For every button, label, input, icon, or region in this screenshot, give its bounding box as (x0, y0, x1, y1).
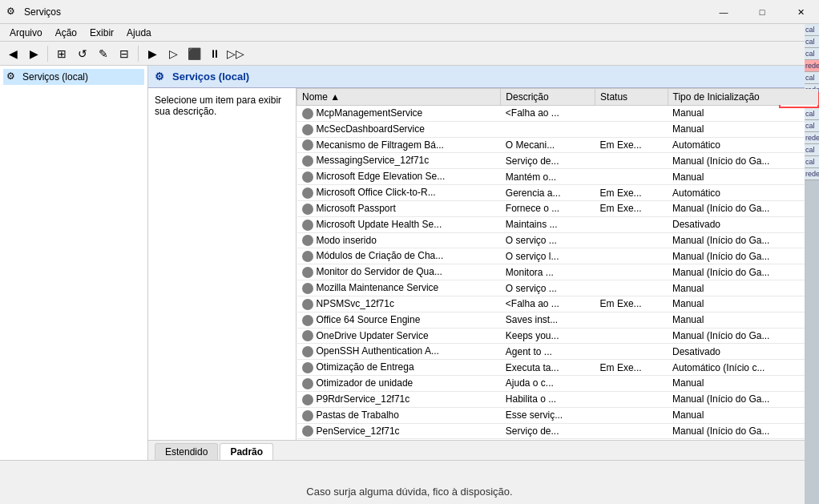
cell-type: Manual (668, 376, 819, 392)
table-row[interactable]: Monitor do Servidor de Qua...Monitora ..… (297, 264, 819, 280)
table-row[interactable]: Office 64 Source EngineSaves inst...Manu… (297, 312, 819, 328)
menu-item-ajuda[interactable]: Ajuda (120, 26, 158, 40)
right-label: cal (805, 36, 819, 48)
cell-name: Mecanismo de Filtragem Bá... (297, 137, 501, 153)
right-label: cal (805, 144, 819, 156)
cell-desc: Ajuda o c... (501, 376, 595, 392)
col-header-type[interactable]: Tipo de Inicialização (668, 89, 819, 106)
table-row[interactable]: Módulos de Criação de Cha...O serviço l.… (297, 248, 819, 264)
toolbar-sep-2 (138, 46, 139, 62)
cell-name: P9RdrService_12f71c (297, 391, 501, 407)
cell-type: Manual (668, 312, 819, 328)
status-bar (0, 460, 819, 484)
cell-status (595, 407, 668, 423)
cell-status (595, 264, 668, 280)
sidebar: ⚙ Serviços (local) (0, 66, 148, 460)
cell-desc: Serviço de... (501, 423, 595, 439)
cell-type: Manual (Início do Ga... (668, 248, 819, 264)
refresh-button[interactable]: ↺ (73, 44, 92, 63)
tab-padrão[interactable]: Padrão (220, 443, 273, 460)
cell-desc: <Falha ao ... (501, 296, 595, 312)
cell-status: Em Exe... (595, 296, 668, 312)
menu-item-arquivo[interactable]: Arquivo (3, 26, 49, 40)
col-header-status[interactable]: Status (595, 89, 668, 106)
table-row[interactable]: Pastas de TrabalhoEsse serviç...Manual (297, 407, 819, 423)
table-row[interactable]: Mozilla Maintenance ServiceO serviço ...… (297, 280, 819, 296)
content-body: Selecione um item para exibir sua descri… (148, 88, 819, 440)
title-bar: ⚙ Serviços — □ ✕ (0, 0, 819, 24)
table-row[interactable]: Modo inseridoO serviço ...Manual (Início… (297, 232, 819, 248)
tab-estendido[interactable]: Estendido (155, 443, 218, 460)
cell-type: Manual (668, 280, 819, 296)
cell-desc: Fornece o ... (501, 200, 595, 216)
cell-type: Manual (668, 296, 819, 312)
table-row[interactable]: McSecDashboardServiceManual (297, 121, 819, 137)
description-panel: Selecione um item para exibir sua descri… (148, 88, 297, 440)
forward-button[interactable]: ▶ (24, 44, 43, 63)
cell-desc: Gerencia a... (501, 185, 595, 201)
table-row[interactable]: McpManagementService<Falha ao ...Manual (297, 106, 819, 122)
sidebar-gear-icon: ⚙ (6, 71, 19, 83)
main-layout: ⚙ Serviços (local) ⚙ Serviços (local) Se… (0, 66, 819, 460)
table-row[interactable]: OneDrive Updater ServiceKeeps you...Manu… (297, 328, 819, 344)
table-row[interactable]: P9RdrService_12f71cHabilita o ...Manual … (297, 391, 819, 407)
right-label: cal (805, 72, 819, 84)
services-table: Nome ▲ Descrição Status Tipo de Iniciali… (297, 88, 819, 439)
play-button[interactable]: ▶ (143, 44, 162, 63)
table-row[interactable]: Otimização de EntregaExecuta ta...Em Exe… (297, 360, 819, 376)
table-row[interactable]: Microsoft PassportFornece o ...Em Exe...… (297, 200, 819, 216)
cell-desc (501, 121, 595, 137)
cell-status (595, 391, 668, 407)
cell-name: MessagingService_12f71c (297, 153, 501, 169)
view-button[interactable]: ⊞ (52, 44, 71, 63)
table-row[interactable]: Mecanismo de Filtragem Bá...O Mecani...E… (297, 137, 819, 153)
edit-button[interactable]: ✎ (94, 44, 113, 63)
table-row[interactable]: Microsoft Edge Elevation Se...Mantém o..… (297, 169, 819, 185)
cell-status (595, 153, 668, 169)
cell-type: Manual (Início do Ga... (668, 328, 819, 344)
minimize-button[interactable]: — (705, 0, 742, 24)
cell-desc: Keeps you... (501, 328, 595, 344)
right-label: cal (805, 120, 819, 132)
cell-type: Manual (668, 169, 819, 185)
cell-type: Manual (Início do Ga... (668, 423, 819, 439)
play-alt-button[interactable]: ▷ (163, 44, 183, 63)
maximize-button[interactable]: □ (744, 0, 781, 24)
cell-type: Manual (Início do Ga... (668, 391, 819, 407)
cell-type: Automático (668, 137, 819, 153)
pause-button[interactable]: ⏸ (205, 44, 224, 63)
menu-item-exibir[interactable]: Exibir (83, 26, 120, 40)
right-label: rede (805, 60, 819, 72)
right-label: cal (805, 48, 819, 60)
table-row[interactable]: Microsoft Update Health Se...Maintains .… (297, 216, 819, 232)
table-row[interactable]: PenService_12f71cServiço de...Manual (In… (297, 423, 819, 439)
menu-item-ação[interactable]: Ação (49, 26, 83, 40)
properties-button[interactable]: ⊟ (115, 44, 134, 63)
cell-name: NPSMSvc_12f71c (297, 296, 501, 312)
right-label: cal (805, 108, 819, 120)
table-row[interactable]: MessagingService_12f71cServiço de...Manu… (297, 153, 819, 169)
stop-button[interactable]: ⬛ (184, 44, 204, 63)
table-row[interactable]: OpenSSH Authentication A...Agent to ...D… (297, 344, 819, 360)
cell-type: Automático (Início c... (668, 360, 819, 376)
table-row[interactable]: NPSMSvc_12f71c<Falha ao ...Em Exe...Manu… (297, 296, 819, 312)
close-button[interactable]: ✕ (782, 0, 819, 24)
col-header-desc[interactable]: Descrição (501, 89, 595, 106)
col-header-name[interactable]: Nome ▲ (297, 89, 501, 106)
sidebar-item-services-local[interactable]: ⚙ Serviços (local) (3, 69, 144, 85)
cell-desc: <Falha ao ... (501, 106, 595, 122)
cell-desc: Agent to ... (501, 344, 595, 360)
cell-name: Microsoft Passport (297, 200, 501, 216)
right-label: cal (805, 156, 819, 168)
window-icon: ⚙ (6, 6, 19, 18)
services-table-wrapper[interactable]: Nome ▲ Descrição Status Tipo de Iniciali… (297, 88, 819, 440)
right-label: rede (805, 132, 819, 144)
restart-button[interactable]: ▷▷ (226, 44, 245, 63)
content-area: ⚙ Serviços (local) Selecione um item par… (148, 66, 819, 460)
back-button[interactable]: ◀ (3, 44, 22, 63)
sidebar-item-label: Serviços (local) (22, 71, 88, 83)
description-text: Selecione um item para exibir sua descri… (155, 95, 281, 117)
table-row[interactable]: Microsoft Office Click-to-R...Gerencia a… (297, 185, 819, 201)
cell-type: Manual (Início do Ga... (668, 232, 819, 248)
table-row[interactable]: Otimizador de unidadeAjuda o c...Manual (297, 376, 819, 392)
